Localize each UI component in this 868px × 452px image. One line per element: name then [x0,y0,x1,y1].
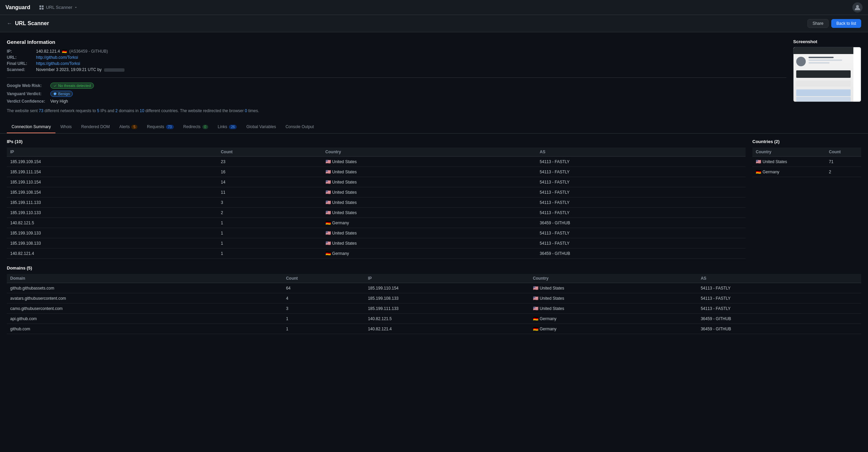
screenshot-box [793,47,861,102]
ip-cell: 185.199.111.133 [7,197,217,208]
count-cell: 2 [217,208,322,218]
country-cell: 🇺🇸United States [530,293,698,303]
domain-cell: camo.githubusercontent.com [7,303,283,314]
screenshot-panel: Screenshot [793,39,861,114]
back-to-list-button[interactable]: Back to list [831,19,861,28]
share-button[interactable]: Share [807,19,829,28]
page-header: ← URL Scanner Share Back to list [0,15,868,32]
count-cell: 14 [217,177,322,187]
table-row: github.com 1 140.82.121.4 🇩🇪Germany 3645… [7,324,861,334]
ips-countries-layout: IPs (10) IPCountCountryAS185.199.109.154… [7,139,861,259]
count-cell: 4 [283,293,365,303]
countries-title: Countries (2) [752,139,861,144]
tab-badge-links: 26 [229,125,237,129]
ip-cell: 185.199.109.154 [7,157,217,167]
ip-value: 140.82.121.4 🇩🇪 (AS36459 - GITHUB) [36,49,108,54]
domains-table: DomainCountIPCountryASgithub.githubasset… [7,274,861,334]
table-row: 140.82.121.4 1 🇩🇪Germany 36459 - GITHUB [7,248,746,259]
table-row: github.githubassets.com 64 185.199.110.1… [7,283,861,293]
country-cell: 🇺🇸United States [322,167,536,177]
as-cell: 54113 - FASTLY [536,187,746,197]
ips-table: IPCountCountryAS185.199.109.154 23 🇺🇸Uni… [7,147,746,259]
country-cell: 🇺🇸United States [322,197,536,208]
ips-title: IPs (10) [7,139,746,144]
as-cell: 54113 - FASTLY [536,167,746,177]
count-cell: 71 [825,157,861,167]
table-row: 🇩🇪Germany 2 [752,167,861,177]
tab-rendered-dom[interactable]: Rendered DOM [77,121,115,133]
url-value: http://github.com/Torksi [36,55,78,60]
as-cell: 54113 - FASTLY [536,238,746,248]
data-section: IPs (10) IPCountCountryAS185.199.109.154… [0,134,868,340]
count-cell: 3 [217,197,322,208]
as-cell: 54113 - FASTLY [697,283,861,293]
table-row: 🇺🇸United States 71 [752,157,861,167]
as-cell: 36459 - GITHUB [536,218,746,228]
table-row: 185.199.110.133 2 🇺🇸United States 54113 … [7,208,746,218]
country-cell: 🇺🇸United States [322,238,536,248]
ip-cell: 185.199.110.154 [7,177,217,187]
tab-whois[interactable]: Whois [55,121,76,133]
svg-rect-2 [39,7,41,9]
count-cell: 1 [217,238,322,248]
scanned-value: November 3 2023, 19:09:21 UTC by [36,67,124,72]
table-row: 185.199.110.154 14 🇺🇸United States 54113… [7,177,746,187]
screenshot-title: Screenshot [793,39,861,44]
country-cell: 🇺🇸United States [322,208,536,218]
country-cell: 🇺🇸United States [322,177,536,187]
ip-cell: 185.199.108.154 [7,187,217,197]
tab-global-variables[interactable]: Global Variables [241,121,281,133]
left-panel: General Information IP: 140.82.121.4 🇩🇪 … [7,39,786,114]
domains-col-header: Domain [7,274,283,283]
final-url-label: Final URL: [7,61,34,66]
as-cell: 54113 - FASTLY [697,303,861,314]
count-cell: 1 [283,324,365,334]
tab-alerts[interactable]: Alerts5 [115,121,142,133]
count-cell: 2 [825,167,861,177]
ips-col-header: Country [322,147,536,157]
country-cell: 🇺🇸United States [530,303,698,314]
domains-col-header: Count [283,274,365,283]
count-cell: 3 [283,303,365,314]
ip-cell: 185.199.108.133 [365,293,530,303]
url-label: URL: [7,55,34,60]
ip-label: IP: [7,49,34,54]
countries-col: Countries (2) CountryCount🇺🇸United State… [752,139,861,259]
count-cell: 1 [283,314,365,324]
vanguard-verdict-badge: Benign [50,91,73,97]
vanguard-verdict-row: Vanguard Verdict: Benign [7,91,786,97]
table-row: 185.199.109.133 1 🇺🇸United States 54113 … [7,228,746,238]
ip-asn: (AS36459 - GITHUB) [69,49,108,54]
page-title: URL Scanner [15,20,49,27]
ip-cell: 140.82.121.5 [365,314,530,324]
country-cell: 🇩🇪Germany [322,248,536,259]
ip-cell: 140.82.121.5 [7,218,217,228]
ips-col-header: AS [536,147,746,157]
tab-requests[interactable]: Requests73 [142,121,179,133]
ip-cell: 185.199.109.133 [7,228,217,238]
shield-icon [53,92,57,95]
tab-connection-summary[interactable]: Connection Summary [7,121,55,133]
as-cell: 54113 - FASTLY [536,197,746,208]
as-cell: 54113 - FASTLY [697,293,861,303]
chevron-down-icon [74,6,78,9]
verdict-confidence-row: Verdict Confidence: Very High [7,99,786,104]
tab-console-output[interactable]: Console Output [281,121,318,133]
countries-table: CountryCount🇺🇸United States 71🇩🇪Germany … [752,147,861,177]
count-cell: 11 [217,187,322,197]
avatar[interactable] [852,2,863,13]
countries-col-header: Country [752,147,825,157]
page-header-left: ← URL Scanner [7,20,49,27]
nav-url-scanner[interactable]: URL Scanner [36,0,81,15]
country-cell: 🇩🇪Germany [322,218,536,228]
tab-redirects[interactable]: Redirects0 [179,121,213,133]
tab-links[interactable]: Links26 [213,121,241,133]
ip-cell: 185.199.111.154 [7,167,217,177]
ip-flag: 🇩🇪 [62,49,67,54]
back-arrow-icon[interactable]: ← [7,20,12,27]
count-cell: 1 [217,218,322,228]
grid-icon [39,5,44,10]
table-row: 185.199.109.154 23 🇺🇸United States 54113… [7,157,746,167]
ips-col: IPs (10) IPCountCountryAS185.199.109.154… [7,139,746,259]
country-cell: 🇺🇸United States [322,228,536,238]
